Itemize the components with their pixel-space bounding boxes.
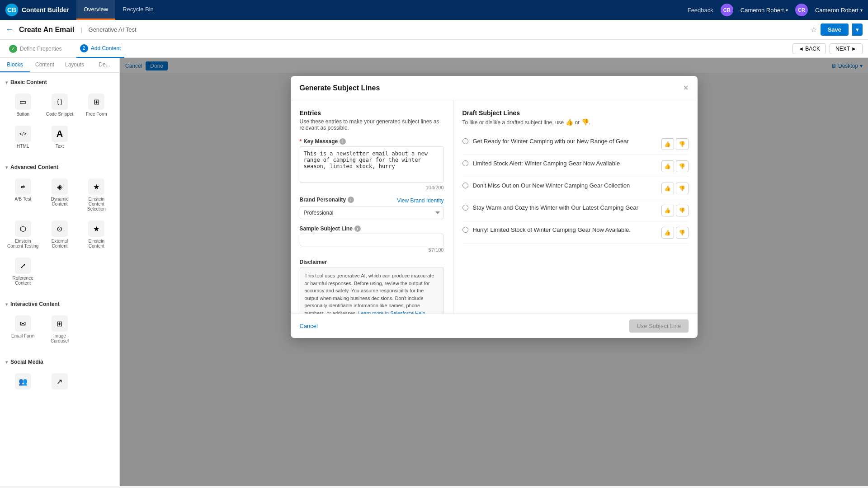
back-button[interactable]: ← (5, 25, 14, 34)
disclaimer-field: Disclaimer This tool uses generative AI,… (300, 259, 444, 314)
app-logo: CB Content Builder (5, 4, 69, 16)
brand-personality-info-icon[interactable]: i (348, 197, 354, 203)
dynamic-content-icon: ◈ (52, 178, 68, 195)
advanced-content-arrow: ▾ (5, 165, 8, 170)
step-add-content[interactable]: 2 Add Content (76, 40, 125, 58)
main-layout: Blocks Content Layouts De... ▾ Basic Con… (0, 58, 868, 486)
key-message-label: * Key Message i (300, 138, 444, 145)
star-icon[interactable]: ☆ (811, 25, 817, 34)
sample-subject-line-input[interactable]: New tents and hiking gear now out at NTO… (300, 234, 444, 246)
free-form-icon: ⊞ (88, 94, 104, 110)
interactive-content-header[interactable]: ▾ Interactive Content (5, 298, 114, 310)
key-message-field: * Key Message i This is a newsletter ema… (300, 138, 444, 190)
key-message-info-icon[interactable]: i (340, 138, 346, 145)
social-media-header[interactable]: ▾ Social Media (5, 356, 114, 368)
einstein-content-icon: ★ (88, 221, 104, 237)
block-text[interactable]: A Text (42, 122, 77, 152)
save-button[interactable]: Save (821, 23, 849, 36)
thumbs-down-button-5[interactable]: 👎 (676, 227, 689, 239)
subject-text-2: Limited Stock Alert: Winter Camping Gear… (473, 160, 657, 168)
page-title: Create An Email (19, 26, 74, 34)
disclaimer-text: This tool uses generative AI, which can … (300, 267, 444, 314)
thumbs-up-icon: 👍 (566, 118, 575, 126)
nav-tabs: Overview Recycle Bin (76, 0, 161, 20)
block-code-snippet[interactable]: { } Code Snippet (42, 90, 77, 120)
block-social2[interactable]: ↗ (42, 370, 77, 393)
subject-radio-5[interactable] (462, 227, 468, 233)
thumbs-up-button-2[interactable]: 👍 (661, 160, 674, 172)
top-nav: CB Content Builder Overview Recycle Bin … (0, 0, 868, 20)
block-social1[interactable]: 👥 (5, 370, 40, 393)
user2-name[interactable]: Cameron Robert ▾ (815, 7, 863, 14)
thumbs-up-button-5[interactable]: 👍 (661, 227, 674, 239)
interactive-content-arrow: ▾ (5, 302, 8, 307)
back-nav-button[interactable]: ◄ BACK (793, 43, 826, 54)
block-einstein-content[interactable]: ★ Einstein Content (79, 217, 114, 252)
modal-close-button[interactable]: × (684, 83, 689, 93)
thumbs-down-button-4[interactable]: 👎 (676, 205, 689, 216)
block-einstein-selection[interactable]: ★ Einstein Content Selection (79, 175, 114, 215)
key-message-char-count: 104/200 (300, 185, 444, 190)
key-message-textarea[interactable]: This is a newsletter email about a new r… (300, 146, 444, 183)
cancel-footer-button[interactable]: Cancel (300, 323, 318, 329)
subject-line-item-3: Don't Miss Out on Our New Winter Camping… (462, 177, 689, 199)
breadcrumb: Generative AI Test (89, 26, 137, 33)
subject-radio-1[interactable] (462, 138, 468, 144)
basic-content-grid: ▭ Button { } Code Snippet ⊞ Free Form </… (5, 88, 114, 154)
einstein-selection-label: Einstein Content Selection (81, 197, 112, 211)
use-subject-line-button[interactable]: Use Subject Line (629, 319, 688, 333)
block-reference-content[interactable]: ⤢ Reference Content (5, 254, 40, 289)
content-area: Cancel Done 🖥 Desktop ▾ Generate Subject… (120, 58, 868, 486)
sample-subject-line-info-icon[interactable]: i (354, 225, 361, 232)
view-brand-identity-link[interactable]: View Brand Identity (397, 197, 443, 204)
sidebar-tab-content[interactable]: Content (30, 58, 60, 72)
code-snippet-icon: { } (52, 94, 68, 110)
thumbs-down-button-1[interactable]: 👎 (676, 138, 689, 150)
thumbs-up-button-1[interactable]: 👍 (661, 138, 674, 150)
subject-radio-2[interactable] (462, 160, 468, 166)
social-media-label: Social Media (10, 359, 43, 365)
basic-content-label: Basic Content (10, 79, 47, 85)
block-email-form[interactable]: ✉ Email Form (5, 312, 40, 347)
modal-header: Generate Subject Lines × (291, 76, 698, 100)
sidebar-tab-layouts[interactable]: Layouts (60, 58, 90, 72)
block-free-form[interactable]: ⊞ Free Form (79, 90, 114, 120)
next-nav-button[interactable]: NEXT ► (830, 43, 863, 54)
user1-name[interactable]: Cameron Robert ▾ (741, 7, 788, 14)
block-dynamic-content[interactable]: ◈ Dynamic Content (42, 175, 77, 215)
breadcrumb-separator: | (80, 26, 82, 33)
advanced-content-grid: ⇌ A/B Test ◈ Dynamic Content ★ Einstein … (5, 173, 114, 291)
sidebar-tab-de[interactable]: De... (90, 58, 119, 72)
block-einstein-testing[interactable]: ⬡ Einstein Content Testing (5, 217, 40, 252)
feedback-button[interactable]: Feedback (688, 7, 713, 14)
thumbs-down-button-2[interactable]: 👎 (676, 160, 689, 172)
thumbs-up-button-3[interactable]: 👍 (661, 183, 674, 194)
advanced-content-header[interactable]: ▾ Advanced Content (5, 161, 114, 173)
block-html[interactable]: </> HTML (5, 122, 40, 152)
sidebar-tab-blocks[interactable]: Blocks (0, 58, 30, 72)
modal-body: Entries Use these entries to make your g… (291, 100, 698, 314)
disclaimer-link[interactable]: Learn more in Salesforce Help. (358, 310, 427, 314)
nav-tab-recycle-bin[interactable]: Recycle Bin (115, 0, 161, 20)
social1-icon: 👥 (15, 373, 31, 389)
block-external-content[interactable]: ⊙ External Content (42, 217, 77, 252)
block-image-carousel[interactable]: ⊞ Image Carousel (42, 312, 77, 347)
nav-tab-overview[interactable]: Overview (76, 0, 115, 20)
block-ab-test[interactable]: ⇌ A/B Test (5, 175, 40, 215)
sample-subject-line-label: Sample Subject Line i (300, 225, 444, 232)
subject-radio-4[interactable] (462, 205, 468, 211)
basic-content-header[interactable]: ▾ Basic Content (5, 76, 114, 88)
einstein-testing-icon: ⬡ (15, 221, 31, 237)
brand-personality-select[interactable]: Professional Casual Bold Friendly (300, 206, 444, 219)
subject-radio-3[interactable] (462, 183, 468, 188)
button-icon: ▭ (15, 94, 31, 110)
steps-toolbar: ✓ Define Properties 2 Add Content ◄ BACK… (0, 40, 868, 58)
subject-line-item-1: Get Ready for Winter Camping with our Ne… (462, 133, 689, 155)
block-button[interactable]: ▭ Button (5, 90, 40, 120)
brand-name: Content Builder (22, 6, 69, 14)
thumbs-up-button-4[interactable]: 👍 (661, 205, 674, 216)
brand-personality-label: Brand Personality i (300, 197, 354, 203)
save-dropdown-button[interactable]: ▾ (852, 23, 863, 36)
step-define-properties[interactable]: ✓ Define Properties (5, 40, 66, 58)
thumbs-down-button-3[interactable]: 👎 (676, 183, 689, 194)
